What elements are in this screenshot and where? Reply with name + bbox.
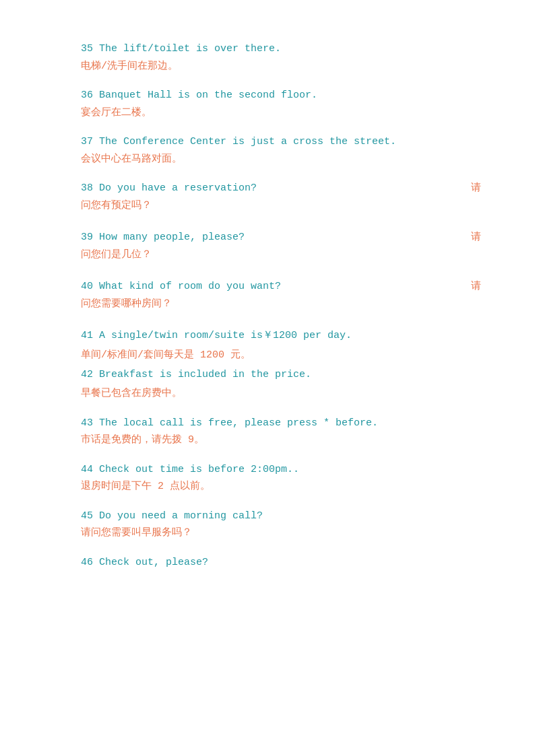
entry-44: 44 Check out time is before 2:00pm.. 退房时…	[81, 461, 481, 495]
entry-42-chinese: 早餐已包含在房费中。	[81, 385, 182, 403]
entry-35: 35 The lift/toilet is over there. 电梯/洗手间…	[81, 40, 481, 75]
entry-45-chinese: 请问您需要叫早服务吗？	[81, 524, 481, 542]
entry-44-english: 44 Check out time is before 2:00pm..	[81, 464, 299, 475]
entry-35-chinese: 电梯/洗手间在那边。	[81, 58, 481, 75]
entry-40-chinese: 问您需要哪种房间？	[81, 296, 481, 313]
entry-38: 38 Do you have a reservation? 请 问您有预定吗？	[81, 180, 481, 214]
entry-46: 46 Check out, please?	[81, 554, 481, 572]
entry-36: 36 Banquet Hall is on the second floor. …	[81, 87, 481, 121]
entry-43-english: 43 The local call is free, please press …	[81, 417, 378, 429]
entry-38-english-left: 38 Do you have a reservation?	[81, 180, 257, 197]
entry-37: 37 The Conference Center is just a cross…	[81, 133, 481, 168]
entry-41-chinese: 单间/标准间/套间每天是 1200 元。	[81, 347, 251, 366]
entry-39-english-left: 39 How many people, please?	[81, 229, 245, 246]
entry-40: 40 What kind of room do you want? 请 问您需要…	[81, 278, 481, 312]
entry-46-english: 46 Check out, please?	[81, 557, 208, 568]
entry-43-chinese: 市话是免费的，请先拨 9。	[81, 432, 481, 449]
entry-40-english-left: 40 What kind of room do you want?	[81, 278, 281, 296]
entry-41-42: 41 A single/twin room/suite is￥1200 per …	[81, 327, 481, 403]
entry-35-english: 35 The lift/toilet is over there.	[81, 40, 481, 58]
entry-40-english-line: 40 What kind of room do you want? 请	[81, 278, 481, 296]
entry-39-chinese: 问您们是几位？	[81, 246, 481, 264]
entry-42-english: 42 Breakfast is included in the price.	[81, 366, 311, 386]
entry-38-english-right: 请	[471, 180, 481, 197]
entry-39-english-line: 39 How many people, please? 请	[81, 229, 481, 246]
entry-40-english-right: 请	[471, 278, 481, 296]
entry-37-english: 37 The Conference Center is just a cross…	[81, 133, 481, 151]
entry-45-english: 45 Do you need a morning call?	[81, 510, 263, 522]
entry-45: 45 Do you need a morning call? 请问您需要叫早服务…	[81, 508, 481, 542]
entry-43: 43 The local call is free, please press …	[81, 415, 481, 449]
entry-41-english: 41 A single/twin room/suite is￥1200 per …	[81, 327, 352, 347]
entry-36-chinese: 宴会厅在二楼。	[81, 104, 481, 122]
entry-44-chinese: 退房时间是下午 2 点以前。	[81, 478, 481, 495]
entry-39: 39 How many people, please? 请 问您们是几位？	[81, 229, 481, 263]
entry-38-english-line: 38 Do you have a reservation? 请	[81, 180, 481, 197]
entry-38-chinese: 问您有预定吗？	[81, 197, 481, 215]
entry-39-english-right: 请	[471, 229, 481, 246]
entry-36-english: 36 Banquet Hall is on the second floor.	[81, 87, 481, 104]
entry-41-42-block: 41 A single/twin room/suite is￥1200 per …	[81, 327, 481, 403]
entry-37-chinese: 会议中心在马路对面。	[81, 151, 481, 168]
